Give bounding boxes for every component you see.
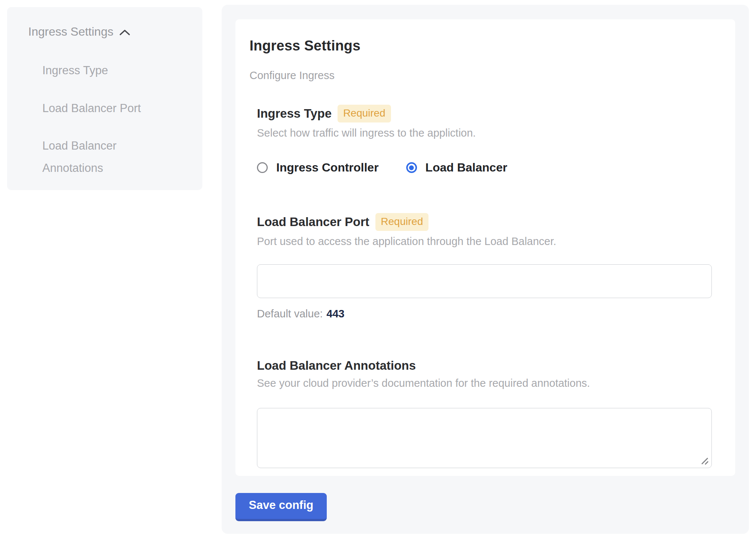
load-balancer-port-input[interactable] [257,264,712,298]
form-sections: Ingress Type Required Select how traffic… [257,105,712,468]
lb-annotations-description: See your cloud provider’s documentation … [257,377,712,389]
sidebar-item-load-balancer-port[interactable]: Load Balancer Port [42,97,162,120]
default-value-line: Default value:443 [257,308,712,320]
section-load-balancer-annotations: Load Balancer Annotations See your cloud… [257,359,712,468]
lb-port-description: Port used to access the application thro… [257,235,712,248]
radio-load-balancer-label[interactable]: Load Balancer [426,161,508,174]
section-ingress-type: Ingress Type Required Select how traffic… [257,105,712,174]
lb-port-label: Load Balancer Port [257,215,369,229]
radio-selected-icon[interactable] [406,162,417,173]
radio-ingress-controller[interactable]: Ingress Controller [257,161,379,174]
sidebar-item-ingress-type[interactable]: Ingress Type [42,59,162,82]
settings-nav-sidebar: Ingress Settings Ingress Type Load Balan… [7,7,202,190]
chevron-up-icon [119,29,130,36]
page-subtitle: Configure Ingress [250,69,712,82]
default-value-label: Default value: [257,308,323,320]
required-badge: Required [375,213,429,231]
save-config-button[interactable]: Save config [235,493,327,521]
sidebar-item-load-balancer-annotations[interactable]: Load Balancer Annotations [42,135,162,179]
section-load-balancer-port: Load Balancer Port Required Port used to… [257,213,712,320]
settings-main-panel: Ingress Settings Configure Ingress Ingre… [222,5,749,534]
radio-ingress-controller-label[interactable]: Ingress Controller [276,161,379,174]
radio-unselected-icon[interactable] [257,162,268,173]
sidebar-item-list: Ingress Type Load Balancer Port Load Bal… [28,59,188,179]
ingress-settings-card: Ingress Settings Configure Ingress Ingre… [235,19,735,476]
required-badge: Required [338,105,391,122]
lb-annotations-label: Load Balancer Annotations [257,359,416,373]
load-balancer-annotations-textarea[interactable] [257,408,712,468]
ingress-type-description: Select how traffic will ingress to the a… [257,127,712,139]
radio-load-balancer[interactable]: Load Balancer [406,161,508,174]
ingress-type-radio-group: Ingress Controller Load Balancer [257,161,712,174]
sidebar-group-ingress-settings[interactable]: Ingress Settings [28,25,188,39]
default-value: 443 [326,308,344,320]
sidebar-group-label: Ingress Settings [28,25,113,39]
page-title: Ingress Settings [250,38,712,54]
ingress-type-label: Ingress Type [257,107,332,121]
